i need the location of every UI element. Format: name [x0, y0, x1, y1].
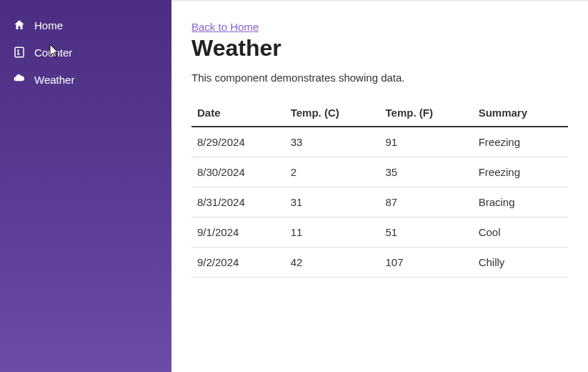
table-cell: 8/30/2024 — [191, 157, 285, 187]
sidebar-item-home[interactable]: Home — [0, 11, 171, 39]
table-cell: 11 — [285, 217, 380, 248]
table-cell: 35 — [380, 157, 473, 187]
table-cell: 9/1/2024 — [191, 217, 285, 248]
main-content: Back to Home Weather This component demo… — [171, 0, 588, 372]
table-cell: 42 — [285, 248, 380, 278]
sidebar-item-label: Counter — [34, 46, 72, 59]
counter-icon — [13, 46, 26, 59]
sidebar: Home Counter Weather — [0, 0, 171, 372]
table-header: Temp. (C) — [285, 99, 380, 127]
table-cell: 91 — [380, 127, 473, 157]
table-cell: Bracing — [473, 187, 568, 217]
table-cell: 31 — [285, 187, 380, 217]
table-header-row: Date Temp. (C) Temp. (F) Summary — [191, 99, 568, 127]
table-cell: Chilly — [473, 248, 568, 278]
table-header: Date — [191, 99, 285, 127]
page-description: This component demonstrates showing data… — [191, 72, 568, 84]
table-cell: Freezing — [473, 157, 568, 187]
sidebar-item-counter[interactable]: Counter — [0, 39, 171, 66]
home-icon — [13, 19, 26, 31]
table-row: 8/29/20243391Freezing — [191, 127, 568, 157]
page-title: Weather — [191, 35, 568, 62]
sidebar-item-label: Weather — [34, 74, 74, 86]
svg-rect-0 — [15, 47, 24, 57]
table-cell: 51 — [380, 217, 473, 248]
table-header: Temp. (F) — [380, 99, 473, 127]
weather-icon — [13, 73, 26, 86]
table-cell: 33 — [285, 127, 380, 157]
table-header: Summary — [473, 99, 568, 127]
table-cell: 87 — [380, 187, 473, 217]
table-row: 8/31/20243187Bracing — [191, 187, 568, 217]
table-row: 9/1/20241151Cool — [191, 217, 568, 248]
back-to-home-link[interactable]: Back to Home — [191, 21, 259, 33]
weather-table: Date Temp. (C) Temp. (F) Summary 8/29/20… — [191, 99, 568, 278]
sidebar-item-label: Home — [34, 19, 63, 31]
table-cell: 8/31/2024 — [191, 187, 285, 217]
table-cell: 8/29/2024 — [191, 127, 285, 157]
table-cell: 9/2/2024 — [191, 248, 285, 278]
table-row: 9/2/202442107Chilly — [191, 248, 568, 278]
table-cell: Freezing — [473, 127, 568, 157]
table-row: 8/30/2024235Freezing — [191, 157, 568, 187]
sidebar-item-weather[interactable]: Weather — [0, 66, 171, 93]
table-cell: Cool — [473, 217, 568, 248]
table-cell: 2 — [285, 157, 380, 187]
table-cell: 107 — [380, 248, 473, 278]
